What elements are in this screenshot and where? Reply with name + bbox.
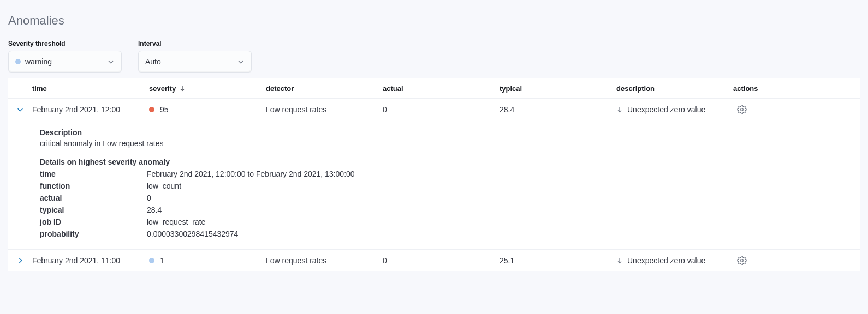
row-actions-button[interactable] xyxy=(733,252,751,269)
expand-toggle[interactable] xyxy=(8,106,32,113)
detail-row-jobid: job ID low_request_rate xyxy=(40,218,860,226)
arrow-down-icon xyxy=(616,106,623,113)
interval-group: Interval Auto xyxy=(138,40,252,73)
expand-toggle[interactable] xyxy=(8,257,32,264)
cell-typical: 25.1 xyxy=(500,256,616,265)
detail-row-function: function low_count xyxy=(40,182,860,190)
cell-actual: 0 xyxy=(383,105,500,114)
chevron-down-icon xyxy=(107,58,115,65)
col-description[interactable]: description xyxy=(616,84,733,93)
description-text: critical anomaly in Low request rates xyxy=(40,139,860,148)
table-row: February 2nd 2021, 11:00 1 Low request r… xyxy=(8,250,860,271)
cell-detector: Low request rates xyxy=(266,256,383,265)
sort-down-icon xyxy=(179,85,186,92)
severity-dot-icon xyxy=(15,59,21,64)
arrow-down-icon xyxy=(616,257,623,264)
cell-detector: Low request rates xyxy=(266,105,383,114)
detail-row-time: time February 2nd 2021, 12:00:00 to Febr… xyxy=(40,170,860,178)
cell-typical: 28.4 xyxy=(500,105,616,114)
chevron-down-icon xyxy=(237,58,245,65)
description-heading: Description xyxy=(40,128,860,137)
svg-point-1 xyxy=(741,259,744,262)
col-detector[interactable]: detector xyxy=(266,84,383,93)
svg-point-0 xyxy=(741,108,744,111)
row-actions-button[interactable] xyxy=(733,101,751,118)
interval-label: Interval xyxy=(138,40,252,47)
detail-row-probability: probability 0.00003300298415432974 xyxy=(40,230,860,238)
detail-row-actual: actual 0 xyxy=(40,194,860,202)
severity-threshold-label: Severity threshold xyxy=(8,40,122,47)
cell-actual: 0 xyxy=(383,256,500,265)
table-header: time severity detector actual typical de… xyxy=(8,78,860,99)
severity-threshold-select[interactable]: warning xyxy=(8,51,122,73)
expanded-panel: Description critical anomaly in Low requ… xyxy=(8,120,860,250)
cell-severity: 95 xyxy=(149,105,266,114)
cell-time: February 2nd 2021, 12:00 xyxy=(32,105,149,114)
severity-threshold-group: Severity threshold warning xyxy=(8,40,122,73)
interval-select[interactable]: Auto xyxy=(138,51,252,73)
cell-time: February 2nd 2021, 11:00 xyxy=(32,256,149,265)
interval-value: Auto xyxy=(145,57,161,66)
controls-row: Severity threshold warning Interval Auto xyxy=(8,40,860,73)
cell-severity: 1 xyxy=(149,256,266,265)
details-heading: Details on highest severity anomaly xyxy=(40,158,860,166)
table-row: February 2nd 2021, 12:00 95 Low request … xyxy=(8,99,860,120)
severity-threshold-value: warning xyxy=(25,57,52,66)
col-actions: actions xyxy=(733,84,774,93)
col-severity[interactable]: severity xyxy=(149,84,266,93)
severity-dot-icon xyxy=(149,107,154,112)
page-title: Anomalies xyxy=(8,14,860,28)
cell-description: Unexpected zero value xyxy=(616,256,733,265)
col-time[interactable]: time xyxy=(32,84,149,93)
anomalies-table: time severity detector actual typical de… xyxy=(8,78,860,271)
cell-description: Unexpected zero value xyxy=(616,105,733,114)
col-typical[interactable]: typical xyxy=(500,84,616,93)
col-actual[interactable]: actual xyxy=(383,84,500,93)
detail-row-typical: typical 28.4 xyxy=(40,206,860,214)
severity-dot-icon xyxy=(149,258,154,263)
